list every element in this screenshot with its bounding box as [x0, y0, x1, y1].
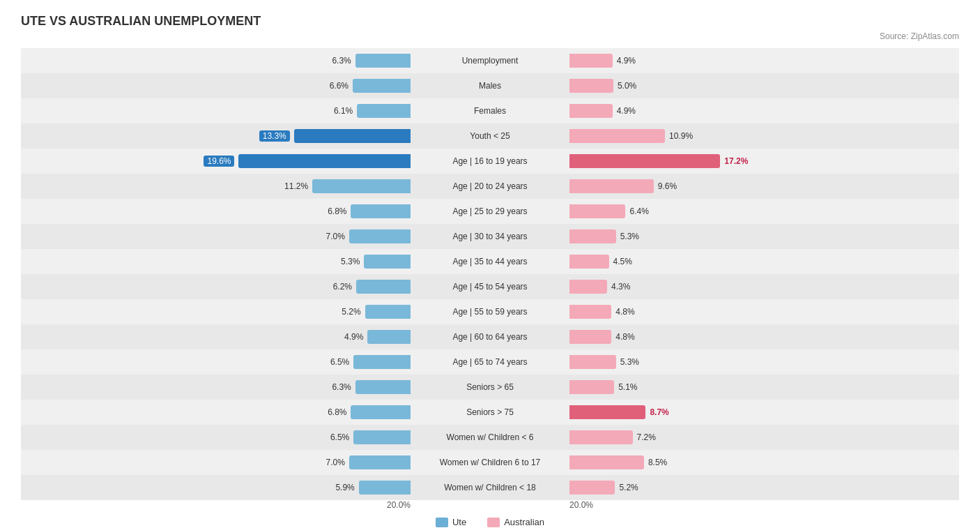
- right-section: 4.9%: [567, 51, 959, 70]
- right-value: 4.8%: [615, 307, 641, 317]
- row-label: Age | 65 to 74 years: [413, 357, 567, 367]
- right-section: 4.8%: [567, 302, 959, 322]
- right-section: 10.9%: [567, 126, 959, 146]
- chart-row: 19.6% Age | 16 to 19 years 17.2%: [21, 149, 959, 174]
- right-bar: [569, 330, 611, 344]
- chart-row: 4.9% Age | 60 to 64 years 4.8%: [21, 324, 959, 349]
- row-label: Youth < 25: [413, 131, 567, 141]
- right-bar: [569, 405, 645, 419]
- left-value: 11.2%: [283, 181, 308, 191]
- left-section: 19.6%: [21, 151, 413, 171]
- right-value: 4.3%: [611, 282, 636, 292]
- left-value: 6.2%: [327, 282, 352, 292]
- row-label: Males: [413, 81, 567, 91]
- left-bar: [356, 280, 411, 294]
- right-value: 9.6%: [658, 181, 683, 191]
- left-section: 6.6%: [21, 76, 413, 96]
- left-value: 5.9%: [330, 483, 355, 492]
- chart-row: 6.8% Seniors > 75 8.7%: [21, 400, 959, 425]
- right-bar: [569, 104, 613, 118]
- legend-australian-box: [487, 518, 500, 527]
- left-value: 6.5%: [324, 357, 349, 367]
- right-value: 5.0%: [618, 81, 643, 91]
- left-section: 6.2%: [21, 277, 413, 296]
- chart-row: 5.3% Age | 35 to 44 years 4.5%: [21, 249, 959, 274]
- left-section: 5.2%: [21, 302, 413, 322]
- row-label: Age | 20 to 24 years: [413, 181, 567, 191]
- left-section: 7.0%: [21, 453, 413, 472]
- left-bar: [364, 255, 411, 269]
- left-value: 4.9%: [338, 332, 363, 342]
- axis-row: 20.0% 20.0%: [21, 500, 959, 510]
- axis-right-label: 20.0%: [567, 500, 959, 510]
- left-bar: [349, 455, 411, 469]
- left-value: 6.3%: [326, 382, 351, 392]
- left-section: 5.3%: [21, 252, 413, 271]
- legend-australian: Australian: [487, 517, 544, 527]
- chart-row: 13.3% Youth < 25 10.9%: [21, 123, 959, 149]
- right-value: 6.4%: [629, 206, 654, 216]
- left-section: 6.1%: [21, 101, 413, 121]
- left-section: 6.5%: [21, 352, 413, 372]
- chart-title: UTE VS AUSTRALIAN UNEMPLOYMENT: [21, 14, 959, 29]
- chart-row: 5.2% Age | 55 to 59 years 4.8%: [21, 299, 959, 324]
- left-section: 4.9%: [21, 327, 413, 347]
- right-bar: [569, 204, 625, 218]
- left-bar: [357, 104, 411, 118]
- right-section: 8.7%: [567, 402, 959, 422]
- right-bar: [569, 229, 616, 243]
- left-section: 11.2%: [21, 176, 413, 196]
- left-section: 6.8%: [21, 202, 413, 221]
- left-section: 6.8%: [21, 402, 413, 422]
- chart-row: 6.8% Age | 25 to 29 years 6.4%: [21, 199, 959, 224]
- right-value: 4.9%: [617, 106, 642, 116]
- left-value: 6.3%: [326, 56, 351, 66]
- right-bar: [569, 305, 611, 319]
- left-bar: [367, 330, 411, 344]
- right-value: 5.3%: [620, 232, 645, 241]
- left-bar: [349, 229, 411, 243]
- left-bar: [355, 54, 411, 68]
- right-bar: [569, 355, 616, 369]
- right-section: 17.2%: [567, 151, 959, 171]
- row-label: Seniors > 75: [413, 407, 567, 417]
- chart-row: 5.9% Women w/ Children < 18 5.2%: [21, 475, 959, 500]
- left-value: 6.6%: [323, 81, 349, 91]
- right-bar: [569, 455, 644, 469]
- row-label: Unemployment: [413, 56, 567, 66]
- right-section: 4.8%: [567, 327, 959, 347]
- row-label: Women w/ Children < 6: [413, 432, 567, 442]
- right-bar: [569, 129, 665, 143]
- right-bar: [569, 380, 614, 394]
- left-bar: [351, 204, 411, 218]
- row-label: Women w/ Children 6 to 17: [413, 458, 567, 467]
- chart-row: 6.6% Males 5.0%: [21, 73, 959, 98]
- right-value: 8.5%: [648, 458, 673, 467]
- row-label: Age | 30 to 34 years: [413, 232, 567, 241]
- left-bar: [359, 481, 411, 495]
- left-section: 6.3%: [21, 377, 413, 397]
- left-bar: [353, 79, 411, 93]
- row-label: Seniors > 65: [413, 382, 567, 392]
- axis-left-label: 20.0%: [21, 500, 413, 510]
- left-value: 19.6%: [204, 156, 234, 167]
- left-bar: [294, 129, 411, 143]
- legend-australian-label: Australian: [504, 517, 544, 527]
- right-bar: [569, 280, 607, 294]
- chart-row: 6.3% Seniors > 65 5.1%: [21, 375, 959, 400]
- row-label: Age | 35 to 44 years: [413, 257, 567, 266]
- legend-ute-box: [436, 518, 448, 527]
- legend: Ute Australian: [21, 517, 959, 527]
- source-label: Source: ZipAtlas.com: [21, 31, 959, 41]
- row-label: Age | 16 to 19 years: [413, 156, 567, 166]
- left-bar: [351, 405, 411, 419]
- chart-row: 11.2% Age | 20 to 24 years 9.6%: [21, 174, 959, 199]
- left-value: 6.1%: [328, 106, 353, 116]
- right-value: 5.3%: [620, 357, 645, 367]
- right-section: 5.3%: [567, 227, 959, 246]
- left-section: 6.3%: [21, 51, 413, 70]
- right-value: 10.9%: [669, 131, 694, 141]
- legend-ute-label: Ute: [452, 517, 466, 527]
- left-bar: [238, 154, 411, 168]
- right-value: 8.7%: [650, 407, 675, 417]
